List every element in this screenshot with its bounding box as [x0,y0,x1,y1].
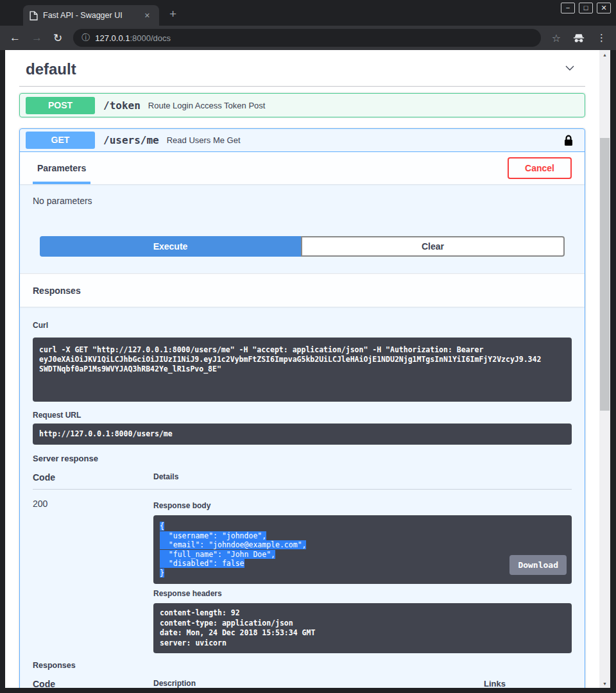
minimize-button[interactable]: − [561,3,575,13]
clear-button[interactable]: Clear [301,236,565,257]
json-line: "disabled": false [160,559,244,568]
new-tab-button[interactable]: + [169,8,176,20]
execute-wrapper: Execute Clear [20,206,585,273]
opblock-get-users-me: GET /users/me Read Users Me Get Paramete… [19,128,585,688]
url-host: 127.0.0.1 [95,33,130,43]
tag-title: default [26,60,76,78]
toolbar-right: ☆ ⋮ [552,32,606,44]
details-column-header: Details [153,472,572,483]
swagger-page: default POST /token Route Login Access T… [5,50,599,688]
incognito-icon [572,33,585,43]
lock-icon[interactable] [564,135,573,146]
server-response-label: Server response [33,454,572,463]
url-bar[interactable]: ⓘ 127.0.0.1:8000/docs [73,29,540,47]
parameters-section-header: Parameters Cancel [20,152,585,184]
download-button[interactable]: Download [509,555,567,575]
responses-doc-table-header: Code Description Links [33,679,572,688]
close-window-button[interactable]: ✕ [597,3,611,13]
post-summary: Route Login Access Token Post [148,101,266,110]
back-icon[interactable]: ← [10,31,21,44]
server-response-row: 200 Response body { "username": "johndoe… [33,490,572,653]
reload-icon[interactable]: ↻ [53,31,62,45]
window-controls: − □ ✕ [561,3,611,13]
browser-toolbar: ← → ↻ ⓘ 127.0.0.1:8000/docs ☆ ⋮ [0,26,616,50]
scrollbar-thumb[interactable] [600,138,610,411]
response-code: 200 [33,499,153,653]
server-response-table-header: Code Details [33,472,572,490]
responses-body: Curl curl -X GET "http://127.0.0.1:8000/… [20,307,585,688]
scroll-up-icon[interactable]: ▲ [599,50,610,59]
json-line: "full_name": "John Doe", [160,550,275,559]
get-method-badge: GET [26,132,95,149]
browser-menu-icon[interactable]: ⋮ [597,32,606,44]
response-headers-block[interactable]: content-length: 92 content-type: applica… [153,603,572,653]
browser-titlebar: Fast API - Swagger UI ✕ + − □ ✕ [0,0,616,26]
code-column-header: Code [33,472,153,483]
response-body-block[interactable]: { "username": "johndoe", "email": "johnd… [153,515,572,584]
code-column-header: Code [33,679,153,688]
tab-close-icon[interactable]: ✕ [142,10,153,21]
tag-section-header: default [19,50,585,87]
scroll-down-icon[interactable]: ▼ [599,679,610,688]
get-summary: Read Users Me Get [167,135,241,145]
cancel-button[interactable]: Cancel [508,157,572,179]
request-url-label: Request URL [33,411,572,420]
post-method-badge: POST [26,97,95,114]
page-favicon-icon [30,11,38,21]
responses-section-header: Responses [20,273,585,307]
browser-tab[interactable]: Fast API - Swagger UI ✕ [23,5,159,26]
json-line: } [160,569,164,578]
tab-parameters[interactable]: Parameters [33,152,90,184]
links-column-header: Links [484,679,572,688]
request-url-block[interactable]: http://127.0.0.1:8000/users/me [33,424,572,445]
json-line: "email": "johndoe@example.com", [160,540,306,549]
response-headers-label: Response headers [153,589,572,598]
response-body-label: Response body [153,501,572,510]
url-path: :8000/docs [130,33,171,43]
tab-title: Fast API - Swagger UI [43,11,137,20]
bookmark-star-icon[interactable]: ☆ [552,32,561,44]
opblock-post-token: POST /token Route Login Access Token Pos… [19,93,585,117]
opblock-post-header[interactable]: POST /token Route Login Access Token Pos… [20,94,585,117]
description-column-header: Description [153,679,484,688]
page-scrollbar[interactable]: ▲ ▼ [599,50,610,688]
curl-label: Curl [33,321,572,330]
json-line: "username": "johndoe", [160,531,266,540]
site-info-icon[interactable]: ⓘ [81,32,90,44]
responses-doc-label: Responses [33,661,572,670]
curl-command-block[interactable]: curl -X GET "http://127.0.0.1:8000/users… [33,338,572,402]
opblock-get-header[interactable]: GET /users/me Read Users Me Get [20,129,585,152]
no-parameters-text: No parameters [20,184,585,206]
post-path: /token [103,99,141,112]
maximize-button[interactable]: □ [579,3,593,13]
collapse-chevron-icon[interactable] [561,62,579,77]
execute-button[interactable]: Execute [40,236,301,257]
url-text: 127.0.0.1:8000/docs [95,33,171,43]
get-path: /users/me [103,134,159,146]
response-details-cell: Response body { "username": "johndoe", "… [153,499,572,653]
forward-icon[interactable]: → [31,31,42,44]
json-line: { [160,522,164,531]
